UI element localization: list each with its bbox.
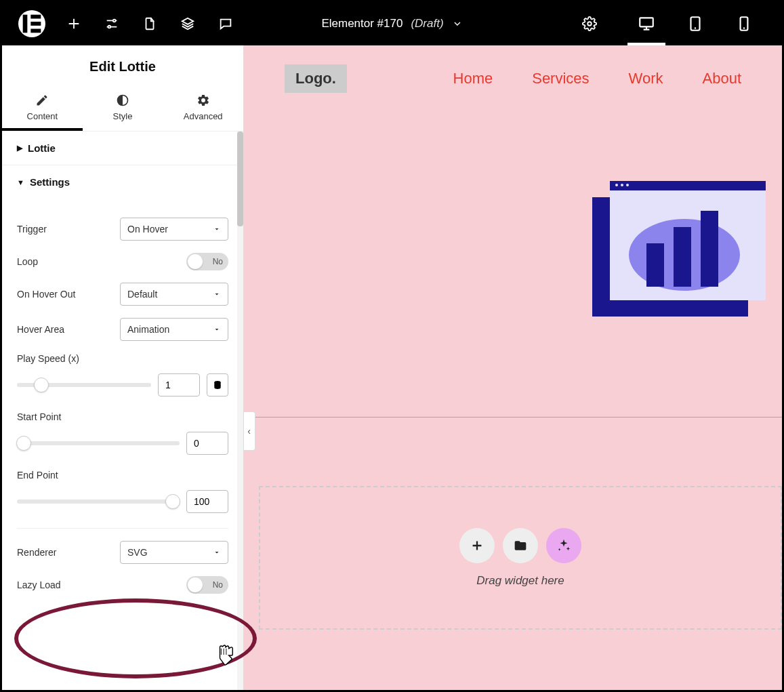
folder-icon: [514, 539, 527, 552]
elementor-icon: [18, 10, 45, 37]
tab-advanced-label: Advanced: [184, 111, 223, 121]
on-hover-out-value: Default: [127, 289, 157, 300]
chevron-down-icon: [452, 18, 463, 29]
chevron-down-icon: [213, 548, 221, 556]
tablet-icon: [686, 15, 704, 33]
end-point-label: End Point: [17, 470, 228, 481]
gear-small-icon: [197, 94, 210, 107]
device-desktop[interactable]: [622, 2, 671, 45]
collapse-panel-button[interactable]: ‹: [244, 411, 255, 451]
start-point-input[interactable]: 0: [186, 432, 228, 455]
lazy-load-label: Lazy Load: [17, 579, 61, 590]
caret-down-icon: ▼: [17, 178, 24, 186]
svg-rect-2: [30, 22, 41, 26]
end-point-input[interactable]: 100: [186, 490, 228, 513]
drop-zone-text: Drag widget here: [476, 574, 564, 588]
editor-panel: Edit Lottie Content Style Advanced ▶: [2, 45, 244, 690]
layers-button[interactable]: [169, 2, 207, 45]
renderer-value: SVG: [127, 547, 148, 558]
play-speed-input[interactable]: 1: [158, 373, 200, 396]
device-mobile[interactable]: [720, 2, 768, 45]
svg-point-5: [108, 26, 111, 28]
drop-zone[interactable]: Drag widget here: [259, 486, 782, 630]
section-lottie-label: Lottie: [28, 142, 56, 154]
chevron-left-icon: ‹: [247, 426, 251, 436]
svg-rect-3: [30, 29, 41, 33]
lazy-load-value: No: [213, 580, 223, 590]
document-icon: [142, 16, 157, 31]
gear-icon: [582, 16, 597, 31]
layers-icon: [180, 16, 195, 31]
site-header: Logo. Home Services Work About: [244, 45, 782, 112]
sparkle-icon: [556, 538, 571, 553]
pencil-icon: [35, 94, 49, 107]
chevron-down-icon: [213, 225, 221, 233]
section-settings-label: Settings: [30, 176, 70, 188]
lottie-widget[interactable]: [592, 181, 766, 317]
tab-content[interactable]: Content: [2, 87, 83, 131]
lazy-load-toggle[interactable]: No: [186, 576, 228, 594]
template-button[interactable]: [503, 528, 538, 563]
hover-area-value: Animation: [127, 324, 169, 335]
canvas[interactable]: ‹ Logo. Home Services Work About: [244, 45, 782, 690]
tab-style[interactable]: Style: [83, 87, 163, 131]
play-speed-slider[interactable]: [17, 383, 151, 387]
plus-icon: [66, 16, 81, 31]
renderer-label: Renderer: [17, 547, 56, 558]
svg-rect-7: [640, 18, 653, 26]
add-widget-button[interactable]: [459, 528, 495, 563]
doc-status: (Draft): [411, 17, 443, 30]
site-logo[interactable]: Logo.: [285, 64, 347, 93]
document-title[interactable]: Elementor #170 (Draft): [321, 17, 462, 30]
mobile-icon: [735, 15, 753, 33]
chevron-down-icon: [213, 290, 221, 298]
panel-tabs: Content Style Advanced: [2, 87, 243, 131]
section-divider: [244, 417, 782, 418]
trigger-label: Trigger: [17, 224, 47, 235]
trigger-select[interactable]: On Hover: [120, 218, 228, 241]
play-speed-stack-button[interactable]: [207, 373, 228, 396]
database-icon: [212, 380, 223, 390]
tab-style-label: Style: [113, 111, 133, 121]
svg-rect-0: [23, 15, 28, 33]
on-hover-out-label: On Hover Out: [17, 289, 75, 300]
nav-services[interactable]: Services: [532, 70, 589, 87]
end-point-slider[interactable]: [17, 500, 180, 504]
loop-toggle[interactable]: No: [186, 253, 228, 270]
chevron-down-icon: [213, 325, 221, 333]
hover-area-label: Hover Area: [17, 324, 64, 335]
section-lottie[interactable]: ▶ Lottie: [2, 131, 243, 165]
nav-home[interactable]: Home: [453, 70, 493, 87]
section-settings[interactable]: ▼ Settings: [2, 165, 243, 199]
comments-button[interactable]: [207, 2, 245, 45]
nav-about[interactable]: About: [703, 70, 742, 87]
on-hover-out-select[interactable]: Default: [120, 283, 228, 306]
start-point-slider[interactable]: [17, 441, 180, 445]
hover-area-select[interactable]: Animation: [120, 318, 228, 341]
loop-label: Loop: [17, 256, 38, 267]
loop-value: No: [213, 257, 223, 266]
svg-rect-1: [30, 15, 41, 19]
desktop-icon: [638, 15, 655, 33]
site-nav: Home Services Work About: [453, 70, 741, 87]
page-settings-button[interactable]: [571, 2, 608, 45]
top-bar: Elementor #170 (Draft): [2, 2, 782, 45]
device-tablet[interactable]: [671, 2, 720, 45]
chat-icon: [218, 16, 233, 31]
nav-work[interactable]: Work: [629, 70, 663, 87]
play-speed-label: Play Speed (x): [17, 353, 228, 364]
panel-title: Edit Lottie: [2, 45, 243, 87]
elementor-logo[interactable]: [18, 10, 45, 37]
trigger-value: On Hover: [127, 224, 168, 235]
caret-right-icon: ▶: [17, 144, 22, 152]
contrast-icon: [116, 94, 129, 107]
add-button[interactable]: [55, 2, 93, 45]
renderer-select[interactable]: SVG: [120, 541, 228, 564]
tab-advanced[interactable]: Advanced: [163, 87, 243, 131]
ai-button[interactable]: [546, 528, 581, 563]
structure-button[interactable]: [131, 2, 169, 45]
start-point-label: Start Point: [17, 411, 228, 422]
tab-content-label: Content: [27, 111, 58, 121]
panel-scrollbar[interactable]: [237, 131, 243, 690]
site-settings-button[interactable]: [93, 2, 131, 45]
